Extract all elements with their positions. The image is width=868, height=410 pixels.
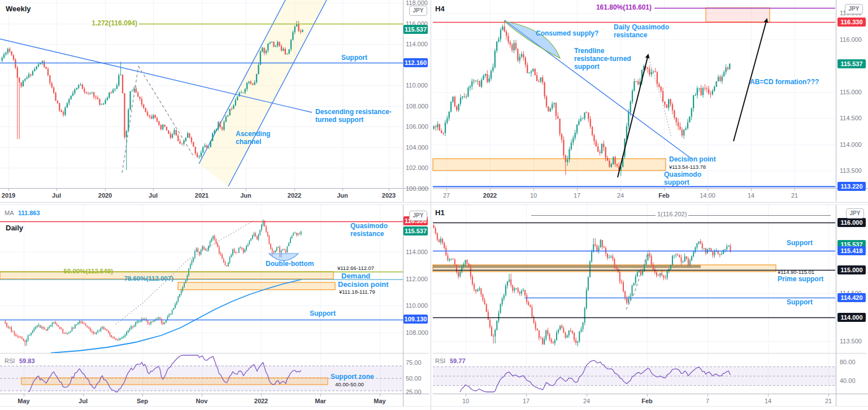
currency-badge-weekly[interactable]: JPY xyxy=(409,6,427,16)
panel-title-h1: H1 xyxy=(435,208,445,217)
rsi-label-h1: RSI xyxy=(435,357,445,364)
candlestick-series xyxy=(433,224,731,346)
candlestick-series xyxy=(433,20,731,176)
ma-value: 111.863 xyxy=(18,210,40,216)
ascending-channel-fill[interactable] xyxy=(199,0,327,186)
supply-demand-zone[interactable] xyxy=(433,159,666,171)
ma-label: MA xyxy=(5,210,14,216)
currency-badge-daily[interactable]: JPY xyxy=(409,211,427,221)
chart-canvas[interactable] xyxy=(0,0,868,410)
panel-title-h4: H4 xyxy=(435,5,445,13)
rsi-label-daily: RSI xyxy=(5,357,15,364)
supply-demand-zone[interactable] xyxy=(0,272,333,279)
moving-average-line xyxy=(51,280,301,353)
supply-demand-zone[interactable] xyxy=(706,8,770,22)
dashed-projection-line[interactable] xyxy=(626,250,649,309)
supply-demand-zone[interactable] xyxy=(433,265,701,268)
annotation-arrow[interactable] xyxy=(734,19,767,141)
supply-demand-zone[interactable] xyxy=(178,282,335,290)
panel-title-daily: Daily xyxy=(6,224,23,232)
rsi-value-h1: 59.77 xyxy=(450,357,466,364)
rsi-value-daily: 59.83 xyxy=(19,357,35,364)
multi-chart-layout: 118.000116.000114.000110.000108.000106.0… xyxy=(0,0,868,410)
currency-badge-h4[interactable]: JPY xyxy=(845,4,863,14)
currency-badge-h1[interactable]: JPY xyxy=(846,208,864,219)
panel-title-weekly: Weekly xyxy=(6,5,31,13)
dashed-projection-line[interactable] xyxy=(138,66,194,158)
rsi-support-zone[interactable] xyxy=(21,378,328,385)
double-bottom-arc[interactable] xyxy=(269,254,298,261)
